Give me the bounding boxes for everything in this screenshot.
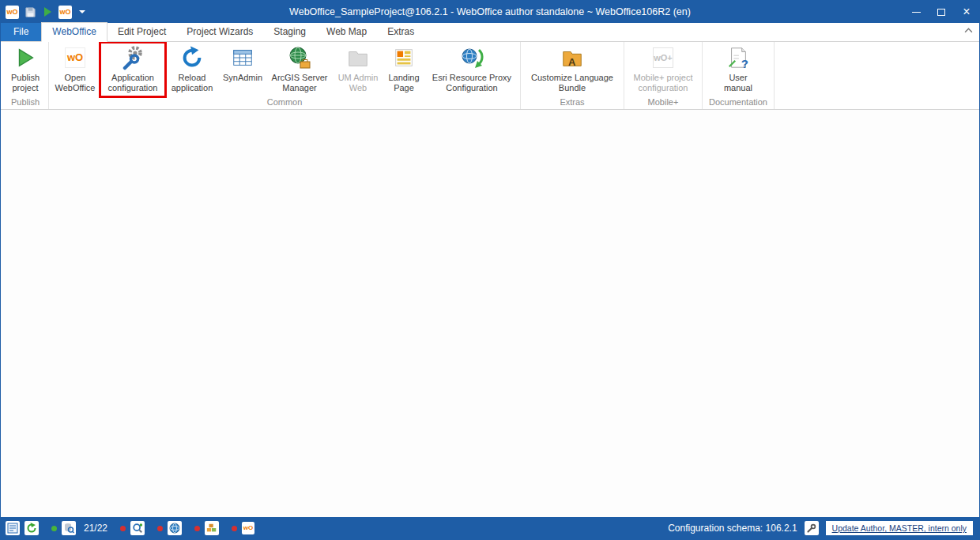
ribbon-group-common: wO Open WebOffice Application configurat… bbox=[49, 42, 521, 109]
close-button[interactable]: × bbox=[954, 1, 979, 23]
status-dot-red-3 bbox=[194, 526, 200, 531]
user-manual-label: User manual bbox=[714, 73, 763, 93]
weboffice-app-icon: wO bbox=[62, 45, 88, 70]
maximize-button[interactable] bbox=[929, 1, 954, 23]
weboffice-app-logo-text: wO bbox=[65, 47, 85, 68]
caret-down-glyph bbox=[79, 10, 85, 13]
customize-language-bundle-button[interactable]: A Customize Language Bundle bbox=[522, 43, 622, 96]
mobile-logo-icon: wO+ bbox=[650, 45, 676, 70]
service-counter: 21/22 bbox=[84, 523, 107, 534]
ribbon-group-mobile: wO+ Mobile+ project configuration Mobile… bbox=[624, 42, 703, 109]
publish-play-icon bbox=[13, 45, 38, 70]
mobile-logo-text: wO+ bbox=[653, 47, 673, 68]
globe-icon[interactable] bbox=[168, 521, 182, 535]
status-dot-red-2 bbox=[157, 526, 163, 531]
reload-application-label: Reload application bbox=[166, 73, 218, 93]
configuration-schema-text: Configuration schema: 106.2.1 bbox=[668, 523, 797, 534]
group-extras-buttons: A Customize Language Bundle bbox=[522, 42, 622, 96]
landing-page-label: Landing Page bbox=[384, 73, 424, 93]
synadmin-label: SynAdmin bbox=[223, 73, 262, 83]
group-label-extras: Extras bbox=[522, 96, 622, 109]
folder-gray-icon bbox=[345, 45, 371, 70]
ribbon-group-extras: A Customize Language Bundle Extras bbox=[521, 42, 624, 109]
publish-project-label: Publish project bbox=[4, 73, 47, 93]
um-admin-web-button: UM Admin Web bbox=[334, 43, 383, 96]
quick-access-toolbar: wO wO bbox=[1, 6, 85, 19]
group-label-documentation: Documentation bbox=[704, 96, 772, 109]
globe-proxy-icon bbox=[459, 45, 484, 70]
ribbon-tab-strip: File WebOffice Edit Project Project Wiza… bbox=[1, 23, 979, 42]
customize-language-bundle-label: Customize Language Bundle bbox=[522, 73, 622, 93]
update-author-link[interactable]: Update Author, MASTER, intern only bbox=[826, 521, 973, 535]
tab-file[interactable]: File bbox=[1, 23, 41, 41]
gear-wrench-icon bbox=[120, 45, 145, 70]
mobile-project-configuration-button: wO+ Mobile+ project configuration bbox=[626, 43, 700, 96]
table-icon bbox=[230, 45, 255, 70]
wrench-icon[interactable] bbox=[805, 521, 819, 535]
ribbon-group-documentation: ? User manual Documentation bbox=[703, 42, 775, 109]
esri-resource-proxy-button[interactable]: Esri Resource Proxy Configuration bbox=[425, 43, 518, 96]
esri-resource-proxy-label: Esri Resource Proxy Configuration bbox=[425, 73, 518, 93]
statusbar-right: Configuration schema: 106.2.1 Update Aut… bbox=[668, 521, 974, 535]
application-configuration-label: Application configuration bbox=[101, 73, 164, 93]
reload-icon bbox=[179, 45, 205, 70]
mobile-project-configuration-label: Mobile+ project configuration bbox=[626, 73, 700, 93]
landing-page-icon bbox=[391, 45, 416, 70]
search-icon[interactable] bbox=[130, 521, 145, 535]
run-icon[interactable] bbox=[42, 6, 53, 17]
weboffice-logo-text: wO bbox=[6, 6, 17, 19]
status-dot-red-4 bbox=[232, 526, 237, 531]
qat-dropdown-icon[interactable] bbox=[77, 10, 85, 13]
tab-edit-project[interactable]: Edit Project bbox=[107, 23, 176, 41]
minimize-glyph bbox=[912, 12, 921, 13]
save-icon[interactable] bbox=[24, 6, 36, 18]
tab-extras[interactable]: Extras bbox=[377, 23, 424, 41]
application-configuration-button[interactable]: Application configuration bbox=[101, 43, 164, 96]
minimize-button[interactable] bbox=[903, 1, 929, 23]
weboffice-logo-icon[interactable]: wO bbox=[6, 6, 19, 19]
ribbon: Publish project Publish wO Open WebOffic… bbox=[1, 42, 979, 110]
packages-icon[interactable] bbox=[205, 521, 219, 535]
group-label-publish: Publish bbox=[4, 96, 47, 109]
main-canvas bbox=[1, 110, 979, 517]
statusbar-left: 21/22 wO bbox=[6, 521, 254, 535]
group-common-buttons: wO Open WebOffice Application configurat… bbox=[51, 42, 518, 96]
synadmin-button[interactable]: SynAdmin bbox=[220, 43, 266, 96]
status-dot-red-1 bbox=[120, 526, 126, 531]
open-weboffice-button[interactable]: wO Open WebOffice bbox=[51, 43, 100, 96]
tab-web-map[interactable]: Web Map bbox=[316, 23, 377, 41]
group-label-common: Common bbox=[51, 96, 518, 109]
question-mark-glyph: ? bbox=[741, 59, 748, 69]
form-report-icon[interactable] bbox=[6, 521, 20, 535]
weboffice-quick-text: wO bbox=[59, 6, 70, 19]
publish-project-button[interactable]: Publish project bbox=[4, 43, 47, 96]
group-publish-buttons: Publish project bbox=[4, 42, 47, 96]
statusbar: 21/22 wO Configuration schema: 106.2.1 U… bbox=[1, 517, 979, 539]
reload-application-button[interactable]: Reload application bbox=[166, 43, 218, 96]
arcgis-server-manager-button[interactable]: ArcGIS Server Manager bbox=[267, 43, 332, 96]
window-title: WebOffice_SampleProject@106.2.1 - WebOff… bbox=[1, 6, 979, 17]
weboffice-status-icon[interactable]: wO bbox=[242, 522, 254, 534]
weboffice-status-text: wO bbox=[243, 524, 253, 531]
tab-staging[interactable]: Staging bbox=[263, 23, 316, 41]
titlebar: wO wO WebOffice_SampleProject@106.2.1 - … bbox=[1, 1, 979, 23]
weboffice-quick-icon[interactable]: wO bbox=[58, 6, 72, 19]
group-documentation-buttons: ? User manual bbox=[704, 42, 772, 96]
language-folder-icon: A bbox=[560, 45, 585, 70]
tab-project-wizards[interactable]: Project Wizards bbox=[176, 23, 263, 41]
language-letter: A bbox=[568, 57, 575, 67]
tab-weboffice[interactable]: WebOffice bbox=[41, 22, 107, 42]
group-mobile-buttons: wO+ Mobile+ project configuration bbox=[626, 42, 700, 96]
manual-document-icon: ? bbox=[726, 45, 751, 70]
um-admin-web-label: UM Admin Web bbox=[334, 73, 383, 93]
collapse-ribbon-icon[interactable] bbox=[964, 22, 973, 36]
close-icon: × bbox=[963, 6, 970, 18]
group-label-mobile: Mobile+ bbox=[626, 96, 700, 109]
database-search-icon[interactable] bbox=[62, 521, 76, 535]
ribbon-group-publish: Publish project Publish bbox=[2, 42, 49, 109]
app-window: wO wO WebOffice_SampleProject@106.2.1 - … bbox=[0, 0, 980, 540]
user-manual-button[interactable]: ? User manual bbox=[714, 43, 763, 96]
arcgis-server-manager-label: ArcGIS Server Manager bbox=[267, 73, 332, 93]
sync-icon[interactable] bbox=[24, 521, 39, 535]
landing-page-button[interactable]: Landing Page bbox=[384, 43, 424, 96]
